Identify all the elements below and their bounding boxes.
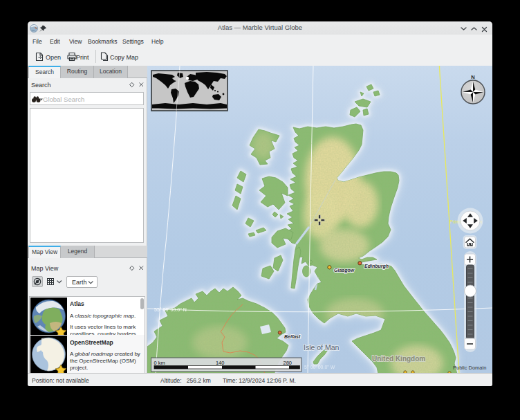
svg-text:Public Domain: Public Domain [453,365,486,371]
svg-text:Glasgow: Glasgow [334,268,355,273]
svg-text:55° 00' 00.0" N: 55° 00' 00.0" N [154,307,187,312]
svg-text:United Kingdom: United Kingdom [372,355,425,363]
svg-text:N: N [471,74,474,80]
svg-text:Isle of Man: Isle of Man [304,343,340,351]
svg-text:280: 280 [284,360,292,366]
svg-text:5° 00' 00.0" W: 5° 00' 00.0" W [304,365,335,369]
svg-text:Edinburgh: Edinburgh [364,264,389,269]
svg-text:140: 140 [216,360,225,366]
svg-text:0 km: 0 km [154,360,165,366]
svg-text:Belfast: Belfast [284,334,301,339]
